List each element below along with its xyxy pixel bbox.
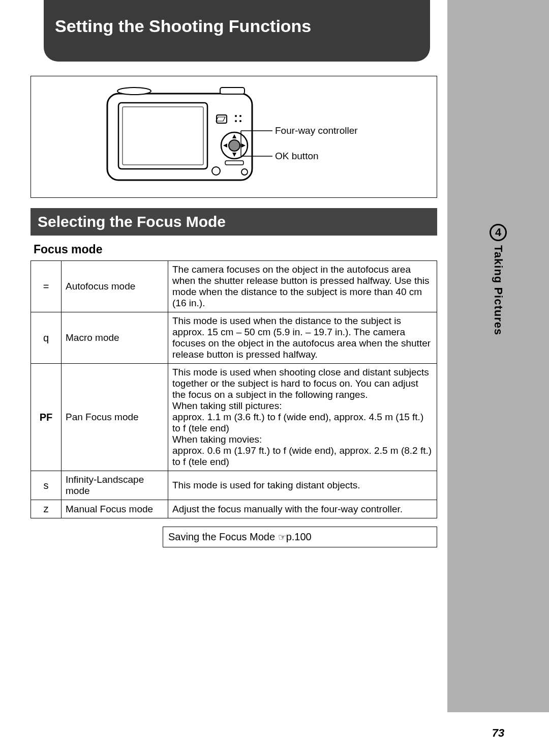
mode-desc: This mode is used when shooting close an… bbox=[168, 364, 437, 471]
table-caption: Focus mode bbox=[34, 243, 447, 256]
mode-desc: The camera focuses on the object in the … bbox=[168, 261, 437, 312]
mode-name: Macro mode bbox=[62, 312, 168, 364]
chapter-title: Setting the Shooting Functions bbox=[44, 0, 430, 62]
page-number: 73 bbox=[447, 712, 549, 756]
table-row: PF Pan Focus mode This mode is used when… bbox=[31, 364, 437, 471]
svg-point-9 bbox=[235, 120, 237, 122]
mode-symbol: s bbox=[31, 471, 62, 500]
focus-mode-table: = Autofocus mode The camera focuses on t… bbox=[30, 260, 437, 518]
pointer-icon: ☞ bbox=[278, 532, 286, 542]
reference-page: p.100 bbox=[286, 531, 312, 542]
mode-symbol: z bbox=[31, 500, 62, 518]
mode-name: Autofocus mode bbox=[62, 261, 168, 312]
mode-name: Pan Focus mode bbox=[62, 364, 168, 471]
svg-point-5 bbox=[229, 140, 240, 151]
table-row: = Autofocus mode The camera focuses on t… bbox=[31, 261, 437, 312]
chapter-number-badge: 4 bbox=[490, 224, 507, 241]
callout-ok-button: OK button bbox=[275, 151, 319, 162]
mode-desc: This mode is used for taking distant obj… bbox=[168, 471, 437, 500]
chapter-label: Taking Pictures bbox=[490, 245, 507, 335]
table-row: z Manual Focus mode Adjust the focus man… bbox=[31, 500, 437, 518]
mode-name: Infinity-Landscape mode bbox=[62, 471, 168, 500]
table-row: s Infinity-Landscape mode This mode is u… bbox=[31, 471, 437, 500]
mode-symbol: q bbox=[31, 312, 62, 364]
svg-point-10 bbox=[239, 120, 241, 122]
mode-desc: Adjust the focus manually with the four-… bbox=[168, 500, 437, 518]
camera-diagram: Four-way controller OK button bbox=[30, 76, 437, 198]
side-strip bbox=[447, 0, 549, 756]
mode-symbol: PF bbox=[31, 364, 62, 471]
section-heading: Selecting the Focus Mode bbox=[30, 208, 437, 236]
svg-rect-3 bbox=[123, 107, 203, 165]
mode-name: Manual Focus mode bbox=[62, 500, 168, 518]
mode-symbol: = bbox=[31, 261, 62, 312]
table-row: q Macro mode This mode is used when the … bbox=[31, 312, 437, 364]
mode-desc: This mode is used when the distance to t… bbox=[168, 312, 437, 364]
svg-point-8 bbox=[239, 115, 241, 117]
cross-reference: Saving the Focus Mode ☞p.100 bbox=[163, 527, 437, 547]
camera-illustration bbox=[102, 84, 260, 191]
svg-rect-15 bbox=[220, 88, 245, 94]
callout-four-way: Four-way controller bbox=[275, 125, 358, 136]
svg-point-7 bbox=[235, 115, 237, 117]
reference-text: Saving the Focus Mode bbox=[168, 531, 278, 542]
chapter-tab: 4 Taking Pictures bbox=[447, 224, 549, 335]
svg-point-14 bbox=[117, 88, 151, 95]
